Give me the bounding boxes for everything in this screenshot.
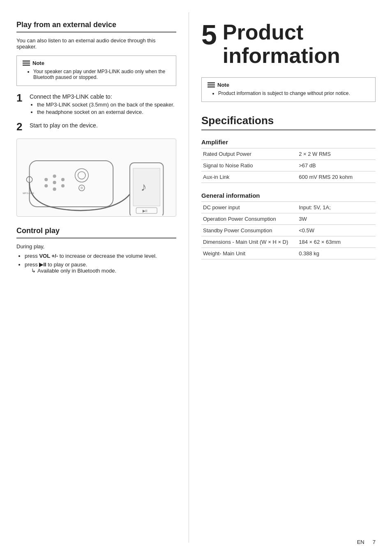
svg-rect-0 [30, 161, 113, 207]
specs-title: Specifications [201, 114, 376, 130]
product-note-item: Product information is subject to change… [218, 90, 369, 96]
ctrl-sub-note: Available only in Bluetooth mode. [31, 268, 116, 274]
step-2-text: Start to play on the device. [30, 122, 176, 129]
control-play-bullets: press VOL +/- to increase or decrease th… [16, 253, 176, 274]
product-note-icon [208, 82, 215, 88]
step-2-content: Start to play on the device. [30, 122, 176, 130]
ctrl-bullet-1: press ▶II to play or pause. Available on… [25, 261, 176, 274]
svg-point-7 [61, 184, 65, 187]
svg-point-2 [44, 184, 48, 187]
step-1-content: Connect the MP3-LINK cable to: the MP3-L… [30, 93, 176, 116]
right-column: 5 Productinformation Note Product inform… [189, 12, 392, 543]
step-1-bullets: the MP3-LINK socket (3.5mm) on the back … [30, 102, 176, 115]
ctrl-bullet-0: press VOL +/- to increase or decrease th… [25, 253, 176, 259]
svg-point-6 [61, 178, 65, 181]
control-play-title: Control play [16, 227, 176, 238]
chapter-title: Productinformation [223, 21, 340, 67]
svg-point-4 [53, 181, 56, 184]
control-play-section: Control play During play, press VOL +/- … [16, 227, 176, 274]
product-note-list: Product information is subject to change… [212, 90, 369, 96]
play-note-box: Note Your speaker can play under MP3-LIN… [16, 56, 176, 86]
general-table: DC power inputInput: 5V, 1A;Operation Po… [201, 201, 376, 259]
product-info-header: 5 Productinformation [201, 21, 376, 67]
note-icon [23, 60, 30, 66]
svg-point-5 [53, 187, 56, 191]
step-2: 2 Start to play on the device. [16, 122, 176, 132]
svg-point-1 [44, 178, 48, 181]
table-row: DC power inputInput: 5V, 1A; [201, 202, 376, 213]
play-note-header: Note [23, 60, 170, 66]
play-intro: You can also listen to an external audio… [16, 37, 176, 50]
step-1-num: 1 [16, 92, 30, 103]
svg-text:▶II: ▶II [143, 209, 148, 213]
step-1-bullet-0: the MP3-LINK socket (3.5mm) on the back … [37, 102, 176, 108]
speaker-svg: MP3-LINK ♪ ▶II [17, 140, 176, 215]
product-note-box: Note Product information is subject to c… [201, 77, 376, 102]
play-section-title: Play from an external device [16, 21, 176, 32]
general-section: General information DC power inputInput:… [201, 192, 376, 259]
step-1-bullet-1: the headphone socket on an external devi… [37, 109, 176, 115]
step-2-num: 2 [16, 121, 30, 132]
svg-point-9 [78, 172, 85, 179]
svg-text:♪: ♪ [141, 180, 146, 194]
table-row: Operation Power Consumption3W [201, 213, 376, 225]
table-row: Rated Output Power2 × 2 W RMS [201, 148, 376, 160]
svg-point-11 [81, 187, 83, 189]
page-lang: EN [357, 539, 364, 545]
svg-point-8 [75, 169, 89, 183]
amplifier-section: Amplifier Rated Output Power2 × 2 W RMSS… [201, 139, 376, 183]
svg-point-3 [53, 175, 56, 178]
left-column: Play from an external device You can als… [0, 12, 189, 543]
product-note-header: Note [208, 82, 369, 88]
amplifier-table: Rated Output Power2 × 2 W RMSSignal to N… [201, 148, 376, 183]
step-1-text: Connect the MP3-LINK cable to: [30, 93, 176, 100]
table-row: Signal to Noise Ratio>67 dB [201, 160, 376, 171]
play-note-list: Your speaker can play under MP3-LINK aud… [27, 69, 170, 80]
chapter-num: 5 [201, 21, 217, 49]
table-row: Aux-in Link600 mV RMS 20 kohm [201, 171, 376, 183]
page-num: 7 [373, 539, 376, 545]
table-row: Dimensions - Main Unit (W × H × D)184 × … [201, 236, 376, 248]
speaker-illustration: MP3-LINK ♪ ▶II [16, 139, 176, 217]
general-title: General information [201, 192, 376, 199]
control-play-intro: During play, [16, 243, 176, 250]
play-note-item: Your speaker can play under MP3-LINK aud… [33, 69, 170, 80]
table-row: Standby Power Consumption<0.5W [201, 225, 376, 236]
table-row: Weight- Main Unit0.388 kg [201, 248, 376, 259]
amplifier-title: Amplifier [201, 139, 376, 146]
step-1: 1 Connect the MP3-LINK cable to: the MP3… [16, 93, 176, 116]
